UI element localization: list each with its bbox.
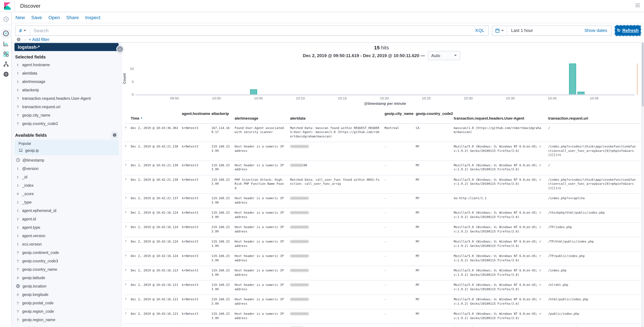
visualize-app-icon[interactable]	[0, 41, 12, 47]
show-dates-button[interactable]: Show dates	[584, 28, 611, 33]
expand-row-icon[interactable]: ›	[124, 142, 131, 161]
expand-row-icon[interactable]: ›	[124, 295, 131, 309]
management-app-icon[interactable]	[0, 71, 12, 77]
cell-host: kr0mtest3	[182, 194, 212, 208]
calendar-dropdown-button[interactable]	[492, 26, 507, 35]
field-item-alertdata[interactable]: talertdata	[12, 69, 121, 77]
field-item-_score[interactable]: #_score	[12, 189, 121, 198]
column-header-agent-hostname[interactable]: agent.hostname	[182, 110, 212, 123]
histogram-bar[interactable]	[250, 89, 257, 94]
expand-row-icon[interactable]: ›	[124, 223, 131, 237]
nav-link-open[interactable]: Open	[48, 15, 60, 20]
expand-row-icon[interactable]: ›	[124, 237, 131, 251]
field-item-agent.id[interactable]: tagent.id	[12, 215, 121, 223]
page-scrollbar[interactable]	[641, 43, 644, 327]
field-item-agent.hostname[interactable]: tagent.hostname	[12, 60, 121, 69]
column-header-transaction-request-headers-user-agent[interactable]: transaction.request.headers.User-Agent	[454, 110, 548, 123]
ml-app-icon[interactable]	[0, 61, 12, 67]
field-item-alertmessage[interactable]: talertmessage	[12, 77, 121, 86]
cell-alertdata	[290, 280, 384, 295]
field-item-_id[interactable]: t_id	[12, 173, 121, 181]
histogram-bar[interactable]	[578, 92, 584, 94]
field-item-geoip.country_code2[interactable]: ?geoip.country_code2	[12, 119, 121, 128]
field-item-geoip.latitude[interactable]: #geoip.latitude	[12, 274, 121, 282]
add-filter-button[interactable]: + Add filter	[28, 37, 50, 42]
field-item-geoip.country_code3[interactable]: ?geoip.country_code3	[12, 257, 121, 265]
field-settings-gear-icon[interactable]	[111, 132, 118, 138]
kql-button[interactable]: KQL	[472, 28, 488, 33]
column-header-geoip-country-code2[interactable]: geoip.country_code2	[416, 110, 454, 123]
field-item-agent.type[interactable]: tagent.type	[12, 223, 121, 231]
number-field-icon: #	[16, 293, 20, 297]
kibana-logo[interactable]	[0, 0, 15, 12]
y-tick: 5	[126, 79, 134, 83]
refresh-button[interactable]: ↻Refresh	[615, 25, 641, 35]
field-item-geoip.location[interactable]: geoip.location	[12, 282, 121, 290]
field-item-geoip.country_name[interactable]: ?geoip.country_name	[12, 265, 121, 274]
field-item-transaction.request.uri[interactable]: ?transaction.request.uri	[12, 102, 121, 111]
field-item-geoip.continent_code[interactable]: ?geoip.continent_code	[12, 248, 121, 257]
cell-alertdata: Matched Data: call_user_func found withi…	[290, 175, 384, 194]
field-item-@version[interactable]: t@version	[12, 164, 121, 173]
nav-link-share[interactable]: Share	[66, 15, 79, 20]
unknown-field-icon: ?	[16, 259, 20, 263]
interval-select[interactable]: Auto	[428, 51, 460, 60]
expand-row-icon[interactable]: ›	[124, 266, 131, 280]
column-header-alertmessage[interactable]: alertmessage	[234, 110, 290, 123]
time-range-value[interactable]: Last 1 hour	[507, 28, 584, 33]
column-header-transaction-request-uri[interactable]: transaction.request.uri	[548, 110, 641, 123]
column-header-time[interactable]: Time▼	[131, 110, 182, 123]
nav-link-new[interactable]: New	[16, 15, 25, 20]
current-time-marker	[637, 63, 638, 95]
expand-row-icon[interactable]: ›	[124, 251, 131, 266]
expand-row-icon[interactable]: ›	[124, 123, 131, 142]
expand-row-icon[interactable]: ›	[124, 175, 131, 194]
expand-row-icon[interactable]: ›	[124, 194, 131, 208]
field-item-agent.version[interactable]: tagent.version	[12, 231, 121, 240]
field-item-geoip.longitude[interactable]: #geoip.longitude	[12, 290, 121, 299]
filter-settings-gear-icon[interactable]	[15, 36, 22, 43]
documents-table: Time▼agent.hostnameattackeripalertmessag…	[124, 110, 641, 327]
field-item-geoip.city_name[interactable]: ?geoip.city_name	[12, 111, 121, 119]
field-item-agent.ephemeral_id[interactable]: tagent.ephemeral_id	[12, 206, 121, 215]
field-item-geoip.timezone[interactable]: ?geoip.timezone	[12, 324, 121, 327]
scrollbar-thumb[interactable]	[642, 43, 644, 106]
nav-link-save[interactable]: Save	[31, 15, 42, 20]
field-name: ecs.version	[22, 242, 42, 246]
search-input[interactable]	[30, 28, 472, 33]
column-header-alertdata[interactable]: alertdata	[290, 110, 384, 123]
field-name: agent.hostname	[22, 63, 50, 67]
apps-icon[interactable]	[635, 3, 640, 9]
nav-link-inspect[interactable]: Inspect	[85, 15, 100, 20]
field-item-geoip.region_code[interactable]: ?geoip.region_code	[12, 307, 121, 316]
field-item-_index[interactable]: t_index	[12, 181, 121, 189]
expand-row-icon[interactable]: ›	[124, 161, 131, 175]
recent-items-icon[interactable]	[0, 16, 12, 22]
string-field-icon: t	[16, 242, 20, 246]
field-item-geoip.ip[interactable]: geoip.ip	[14, 146, 119, 155]
field-name: geoip.city_name	[22, 113, 50, 117]
expand-row-icon[interactable]: ›	[124, 280, 131, 295]
filter-language-dropdown[interactable]: #	[16, 26, 30, 35]
field-item-geoip.postal_code[interactable]: ?geoip.postal_code	[12, 299, 121, 307]
column-header-attackerip[interactable]: attackerip	[212, 110, 234, 123]
x-tick: 09:55	[170, 96, 179, 100]
histogram-bar[interactable]	[569, 63, 576, 94]
cell-uri: /index.php	[548, 266, 641, 280]
field-item-geoip.region_name[interactable]: ?geoip.region_name	[12, 316, 121, 324]
field-item-_type[interactable]: t_type	[12, 198, 121, 206]
discover-app-icon[interactable]	[0, 30, 12, 37]
dashboard-app-icon[interactable]	[0, 51, 12, 57]
expand-row-icon[interactable]: ›	[124, 208, 131, 223]
field-item-attackerip[interactable]: tattackerip	[12, 86, 121, 94]
field-item-transaction.request.headers.User-Agent[interactable]: ?transaction.request.headers.User-Agent	[12, 94, 121, 102]
expand-row-icon[interactable]: ›	[124, 309, 131, 324]
calendar-icon	[495, 28, 500, 33]
cell-city: -	[384, 309, 416, 324]
index-pattern-selector[interactable]: logstash-*	[14, 43, 119, 51]
collapse-sidebar-button[interactable]: ‹	[116, 45, 124, 53]
field-item-@timestamp[interactable]: @timestamp	[12, 156, 121, 164]
expand-row-icon[interactable]: ›	[124, 324, 131, 327]
field-item-ecs.version[interactable]: tecs.version	[12, 240, 121, 248]
column-header-geoip-city-name[interactable]: geoip.city_name	[384, 110, 416, 123]
